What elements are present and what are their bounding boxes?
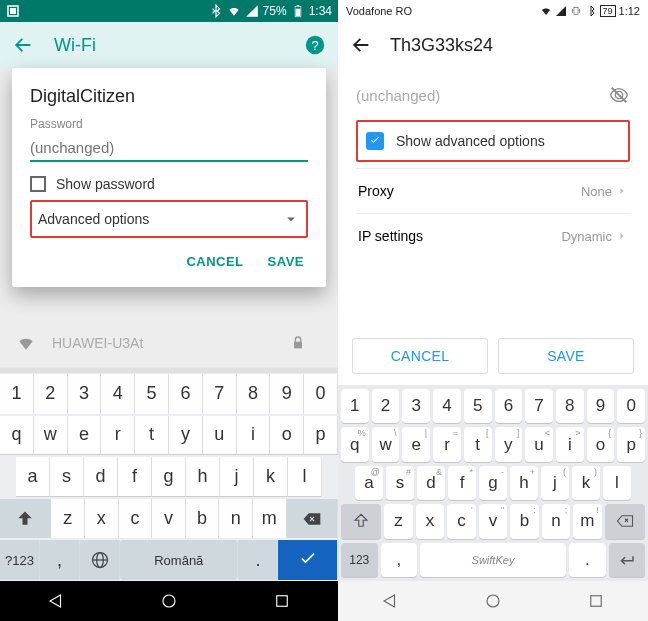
- key-q[interactable]: q: [0, 416, 34, 456]
- key-i[interactable]: i: [237, 416, 271, 456]
- key-r[interactable]: r=: [433, 427, 461, 461]
- key-x[interactable]: x: [85, 499, 119, 539]
- key-p[interactable]: p: [304, 416, 338, 456]
- enter-key[interactable]: [278, 540, 338, 580]
- show-password-checkbox[interactable]: Show password: [30, 176, 308, 192]
- key-b[interactable]: b: [186, 499, 220, 539]
- key-7[interactable]: 7: [525, 389, 553, 423]
- key-q[interactable]: q%: [341, 427, 369, 461]
- key-9[interactable]: 9: [587, 389, 615, 423]
- key-a[interactable]: a@: [355, 466, 383, 500]
- save-button[interactable]: SAVE: [268, 254, 304, 269]
- key-m[interactable]: m: [253, 499, 287, 539]
- key-2[interactable]: 2: [372, 389, 400, 423]
- back-icon[interactable]: [12, 34, 34, 56]
- key-h[interactable]: h+: [510, 466, 538, 500]
- globe-key[interactable]: [80, 540, 120, 580]
- key-z[interactable]: z: [384, 504, 412, 538]
- key-x[interactable]: x: [416, 504, 444, 538]
- key-y[interactable]: y: [169, 416, 203, 456]
- help-icon[interactable]: ?: [304, 34, 326, 56]
- nav-home-icon[interactable]: [160, 592, 178, 610]
- key-n[interactable]: n;: [542, 504, 570, 538]
- key-o[interactable]: o: [270, 416, 304, 456]
- cancel-button[interactable]: CANCEL: [186, 254, 243, 269]
- backspace-key[interactable]: [287, 499, 338, 539]
- nav-back-icon[interactable]: [381, 592, 399, 610]
- eye-off-icon[interactable]: [608, 84, 630, 106]
- key-8[interactable]: 8: [237, 374, 271, 414]
- key-n[interactable]: n: [219, 499, 253, 539]
- key-u[interactable]: u: [203, 416, 237, 456]
- key-z[interactable]: z: [51, 499, 85, 539]
- shift-key[interactable]: [341, 504, 381, 538]
- key-g[interactable]: g-: [479, 466, 507, 500]
- key-c[interactable]: c: [119, 499, 153, 539]
- key-0[interactable]: 0: [304, 374, 338, 414]
- key-a[interactable]: a: [16, 457, 50, 497]
- key-j[interactable]: j(: [541, 466, 569, 500]
- key-5[interactable]: 5: [464, 389, 492, 423]
- nav-back-icon[interactable]: [47, 592, 65, 610]
- key-4[interactable]: 4: [433, 389, 461, 423]
- key-3[interactable]: 3: [68, 374, 102, 414]
- key-1[interactable]: 1: [341, 389, 369, 423]
- key-s[interactable]: s#: [386, 466, 414, 500]
- key-8[interactable]: 8: [556, 389, 584, 423]
- spacebar[interactable]: SwiftKey: [420, 543, 566, 577]
- key-h[interactable]: h: [186, 457, 220, 497]
- backspace-key[interactable]: [605, 504, 645, 538]
- period-key[interactable]: .: [238, 540, 278, 580]
- nav-home-icon[interactable]: [484, 592, 502, 610]
- key-y[interactable]: y]: [495, 427, 523, 461]
- key-l[interactable]: l: [288, 457, 322, 497]
- key-9[interactable]: 9: [270, 374, 304, 414]
- key-7[interactable]: 7: [203, 374, 237, 414]
- key-4[interactable]: 4: [101, 374, 135, 414]
- key-d[interactable]: d: [84, 457, 118, 497]
- password-row[interactable]: (unchanged): [356, 78, 630, 120]
- nav-recent-icon[interactable]: [587, 592, 605, 610]
- key-u[interactable]: u<: [525, 427, 553, 461]
- show-advanced-checkbox[interactable]: Show advanced options: [356, 120, 630, 162]
- keyboard[interactable]: 1234567890 q%w\e|r=t[y]u<i>o{p} a@s#d&f*…: [338, 385, 648, 581]
- ip-row[interactable]: IP settings Dynamic: [356, 213, 630, 258]
- advanced-options-dropdown[interactable]: Advanced options: [30, 200, 308, 238]
- symbols-key[interactable]: 123: [341, 543, 378, 577]
- cancel-button[interactable]: CANCEL: [352, 338, 488, 374]
- password-input[interactable]: [30, 135, 308, 162]
- key-r[interactable]: r: [101, 416, 135, 456]
- key-v[interactable]: v: [152, 499, 186, 539]
- key-0[interactable]: 0: [617, 389, 645, 423]
- spacebar[interactable]: Română: [120, 540, 238, 580]
- shift-key[interactable]: [0, 499, 51, 539]
- key-w[interactable]: w: [34, 416, 68, 456]
- key-l[interactable]: l: [603, 466, 631, 500]
- key-g[interactable]: g: [152, 457, 186, 497]
- enter-key[interactable]: [609, 543, 646, 577]
- nav-recent-icon[interactable]: [273, 592, 291, 610]
- key-e[interactable]: e: [68, 416, 102, 456]
- key-t[interactable]: t[: [464, 427, 492, 461]
- key-t[interactable]: t: [135, 416, 169, 456]
- key-c[interactable]: c': [447, 504, 475, 538]
- key-v[interactable]: v": [479, 504, 507, 538]
- key-m[interactable]: m!: [573, 504, 601, 538]
- back-icon[interactable]: [350, 34, 372, 56]
- key-o[interactable]: o{: [587, 427, 615, 461]
- key-b[interactable]: b:: [510, 504, 538, 538]
- key-f[interactable]: f*: [448, 466, 476, 500]
- key-5[interactable]: 5: [135, 374, 169, 414]
- key-d[interactable]: d&: [417, 466, 445, 500]
- key-k[interactable]: k): [572, 466, 600, 500]
- keyboard[interactable]: 1234567890 qwertyuiop asdfghjkl zxcvbnm …: [0, 373, 338, 581]
- period-key[interactable]: .: [569, 543, 606, 577]
- key-3[interactable]: 3: [402, 389, 430, 423]
- key-1[interactable]: 1: [0, 374, 34, 414]
- key-p[interactable]: p}: [617, 427, 645, 461]
- key-k[interactable]: k: [254, 457, 288, 497]
- key-w[interactable]: w\: [372, 427, 400, 461]
- key-6[interactable]: 6: [169, 374, 203, 414]
- key-j[interactable]: j: [220, 457, 254, 497]
- comma-key[interactable]: ,: [40, 540, 80, 580]
